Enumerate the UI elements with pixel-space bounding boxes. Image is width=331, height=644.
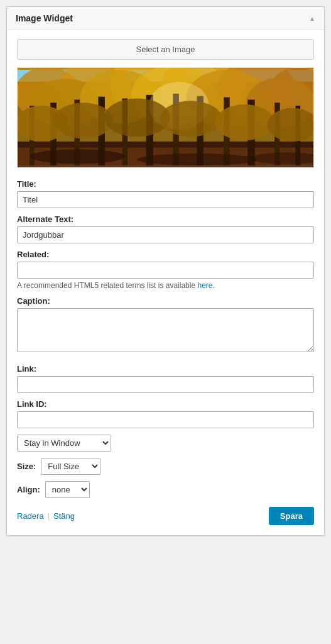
- widget-body: Select an Image: [7, 30, 324, 535]
- caption-section: Caption:: [17, 296, 314, 354]
- related-input[interactable]: [17, 262, 314, 279]
- link-id-input[interactable]: [17, 411, 314, 428]
- link-label: Link:: [17, 364, 314, 374]
- size-label: Size:: [17, 462, 36, 471]
- widget-container: Image Widget ▲ Select an Image: [6, 6, 325, 536]
- align-row: Align: none left center right: [17, 481, 314, 498]
- svg-point-30: [53, 103, 113, 138]
- stay-in-window-select[interactable]: Stay in Window New Window None: [17, 435, 111, 452]
- size-select[interactable]: Full Size Large Medium Thumbnail: [41, 458, 100, 475]
- link-id-section: Link ID:: [17, 399, 314, 428]
- related-hint-link[interactable]: here: [197, 281, 212, 290]
- alt-text-input[interactable]: [17, 226, 314, 243]
- svg-point-32: [160, 101, 222, 136]
- svg-point-36: [137, 153, 256, 165]
- title-section: Title:: [17, 179, 314, 208]
- link-id-label: Link ID:: [17, 399, 314, 409]
- footer-separator: |: [48, 511, 50, 521]
- caption-textarea[interactable]: [17, 308, 314, 352]
- related-label: Related:: [17, 250, 314, 259]
- image-preview: [17, 67, 314, 168]
- svg-point-33: [215, 104, 274, 140]
- related-hint-text: A recommended HTML5 related terms list i…: [17, 281, 197, 290]
- size-row: Size: Full Size Large Medium Thumbnail: [17, 458, 314, 475]
- widget-toggle-icon[interactable]: ▲: [309, 15, 315, 22]
- title-label: Title:: [17, 179, 314, 189]
- caption-label: Caption:: [17, 296, 314, 306]
- related-section: Related: A recommended HTML5 related ter…: [17, 250, 314, 290]
- save-button[interactable]: Spara: [269, 507, 314, 525]
- close-link[interactable]: Stäng: [53, 511, 75, 521]
- align-label: Align:: [17, 485, 40, 494]
- forest-image: [18, 68, 313, 167]
- align-select[interactable]: none left center right: [45, 481, 90, 498]
- widget-header: Image Widget ▲: [7, 7, 324, 30]
- svg-point-35: [30, 149, 125, 164]
- delete-link[interactable]: Radera: [17, 511, 44, 521]
- alt-text-section: Alternate Text:: [17, 214, 314, 243]
- link-input[interactable]: [17, 376, 314, 393]
- footer-row: Radera | Stäng Spara: [17, 507, 314, 525]
- link-section: Link:: [17, 364, 314, 393]
- alt-text-label: Alternate Text:: [17, 214, 314, 224]
- title-input[interactable]: [17, 191, 314, 208]
- select-image-button[interactable]: Select an Image: [17, 39, 314, 60]
- related-hint: A recommended HTML5 related terms list i…: [17, 281, 314, 290]
- widget-title: Image Widget: [16, 13, 73, 23]
- footer-links: Radera | Stäng: [17, 511, 75, 521]
